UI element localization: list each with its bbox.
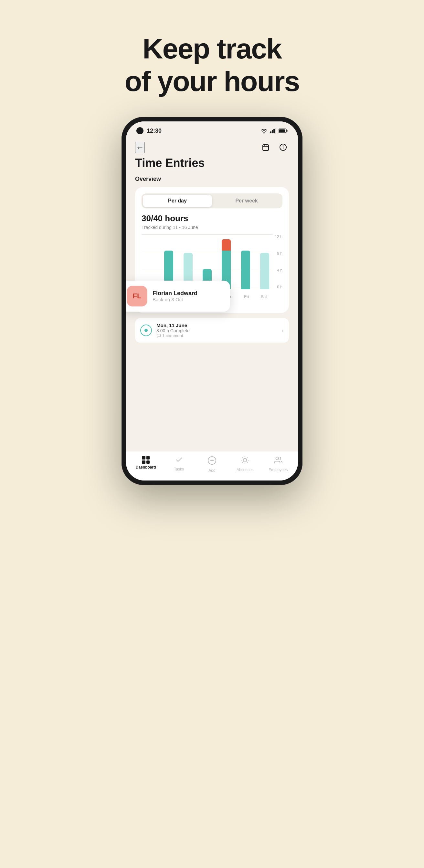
y-label-8h: 8 h (277, 251, 282, 256)
page-title: Time Entries (135, 156, 289, 170)
hero-section: Keep track of your hours (124, 32, 299, 97)
status-time: 12:30 (147, 128, 162, 134)
x-label-fri: Fri (244, 294, 249, 299)
entry-dot (144, 329, 148, 332)
svg-rect-0 (270, 131, 272, 133)
svg-line-25 (247, 458, 248, 458)
y-label-4h: 4 h (277, 268, 282, 273)
entry-comment: 1 comment (157, 333, 277, 338)
tasks-icon (175, 456, 183, 466)
nav-absences-label: Absences (236, 468, 254, 472)
nav-right-icons (260, 142, 289, 153)
chart-y-labels: 12 h 8 h 4 h 0 h (275, 235, 282, 289)
y-label-12h: 12 h (275, 235, 282, 239)
hours-title: 30/40 hours (142, 213, 282, 223)
bar-stack-fri (241, 235, 250, 289)
app-content: ← (126, 137, 298, 343)
battery-icon (279, 128, 288, 133)
entry-list-item[interactable]: Mon, 11 June 8:00 h Complete 1 comment › (135, 318, 289, 343)
calendar-icon-button[interactable] (260, 142, 272, 153)
nav-dashboard[interactable]: Dashboard (135, 456, 157, 473)
hero-title-line1: Keep track of your hours (124, 32, 299, 97)
nav-tasks-label: Tasks (174, 467, 184, 471)
svg-point-13 (283, 146, 283, 146)
add-icon (207, 456, 217, 467)
svg-rect-5 (287, 130, 288, 132)
entry-info: Mon, 11 June 8:00 h Complete 1 comment (157, 322, 277, 338)
hours-subtitle: Tracked during 11 - 16 June (142, 225, 282, 230)
info-icon (279, 144, 287, 151)
entry-status-icon (140, 324, 152, 336)
section-label: Overview (135, 176, 289, 182)
bar-sat (257, 235, 273, 289)
svg-line-24 (243, 462, 243, 463)
svg-point-26 (276, 457, 279, 460)
employee-name: Florian Ledward (152, 290, 197, 297)
svg-rect-2 (274, 129, 275, 133)
nav-add[interactable]: Add (201, 456, 223, 473)
bottom-navigation: Dashboard Tasks (126, 451, 298, 480)
svg-point-17 (243, 459, 247, 462)
nav-employees-label: Employees (268, 468, 288, 472)
entry-detail: 8:00 h Complete (157, 328, 277, 333)
bar-fri (237, 235, 253, 289)
entry-hours: 8:00 h (157, 328, 169, 333)
per-week-tab[interactable]: Per week (212, 195, 281, 207)
employees-icon (274, 456, 282, 466)
svg-rect-6 (279, 129, 285, 132)
avatar-fl: FL (127, 286, 147, 306)
comment-icon (157, 334, 161, 338)
x-label-sat: Sat (260, 294, 267, 299)
bar-sat-deficit (260, 253, 269, 289)
svg-line-20 (243, 458, 243, 458)
dashboard-icon (142, 456, 150, 464)
absences-icon (241, 456, 249, 466)
back-button[interactable]: ← (135, 142, 145, 153)
employee-status: Back on 3 Oct (152, 297, 197, 302)
nav-add-label: Add (208, 468, 215, 473)
info-icon-button[interactable] (277, 142, 289, 153)
tooltip-text: Florian Ledward Back on 3 Oct (152, 290, 197, 302)
svg-line-21 (247, 462, 248, 463)
view-toggle: Per day Per week (142, 193, 282, 208)
wifi-icon (260, 128, 267, 133)
phone-mockup: 12:30 (121, 117, 303, 485)
nav-absences[interactable]: Absences (234, 456, 256, 473)
entry-chevron-icon: › (281, 327, 284, 334)
y-label-0h: 0 h (277, 285, 282, 289)
phone-screen: 12:30 (126, 121, 298, 480)
svg-rect-3 (275, 128, 276, 133)
nav-employees[interactable]: Employees (267, 456, 289, 473)
svg-rect-1 (272, 130, 273, 133)
signal-icon (270, 128, 276, 133)
bar-fri-work (241, 251, 250, 289)
bar-thu-overtime (222, 239, 231, 251)
svg-rect-7 (263, 145, 268, 151)
calendar-icon (262, 144, 270, 151)
entry-date: Mon, 11 June (157, 322, 277, 328)
entry-status: Complete (170, 328, 190, 333)
status-bar: 12:30 (126, 121, 298, 137)
employee-tooltip[interactable]: FL Florian Ledward Back on 3 Oct (126, 281, 230, 312)
phone-frame: 12:30 (121, 117, 303, 485)
camera-dot (136, 127, 143, 134)
nav-tasks[interactable]: Tasks (168, 456, 190, 473)
nav-dashboard-label: Dashboard (136, 465, 156, 469)
per-day-tab[interactable]: Per day (143, 195, 212, 207)
bar-stack-sat (260, 235, 269, 289)
status-icons (260, 128, 288, 133)
top-nav: ← (135, 137, 289, 156)
